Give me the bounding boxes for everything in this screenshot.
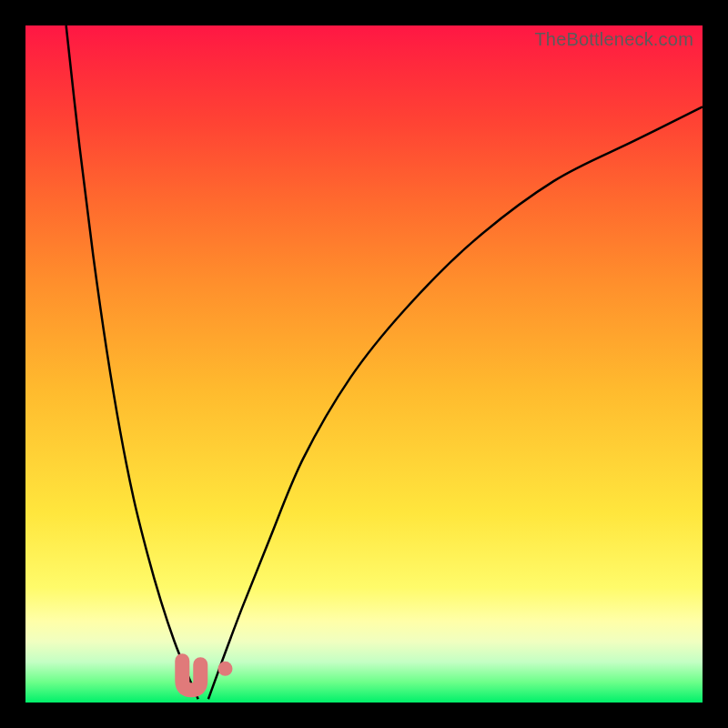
chart-frame: TheBottleneck.com <box>25 25 703 703</box>
left-curve <box>66 25 198 699</box>
chart-svg <box>25 25 703 703</box>
right-curve <box>208 106 703 699</box>
dot-marker <box>217 662 232 676</box>
u-marker <box>182 661 200 690</box>
